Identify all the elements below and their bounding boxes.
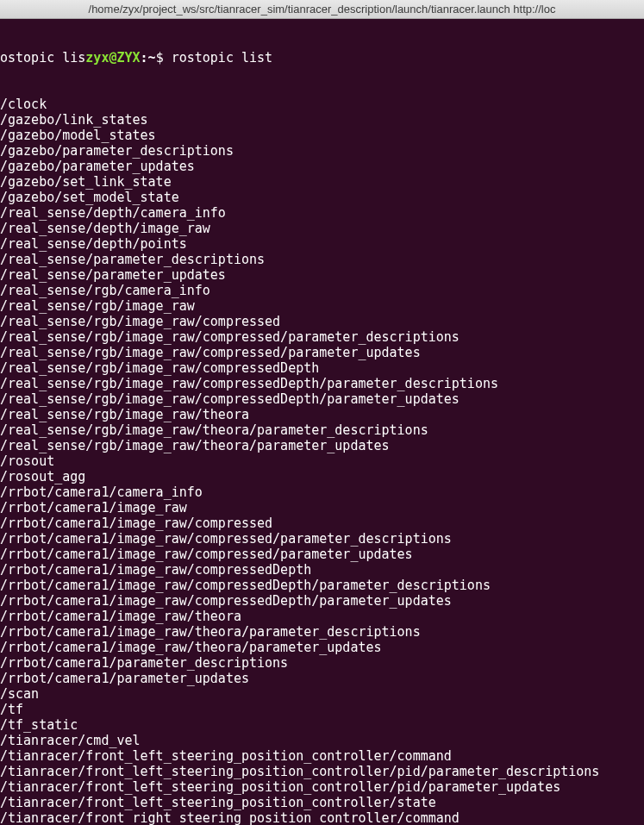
topic-line: /gazebo/parameter_updates [0,159,644,174]
topic-line: /rrbot/camera1/image_raw/theora/paramete… [0,640,644,655]
topic-line: /rrbot/camera1/parameter_descriptions [0,655,644,671]
topic-line: /real_sense/rgb/image_raw/compressed/par… [0,329,644,345]
topic-line: /rosout [0,453,644,469]
topic-line: /rrbot/camera1/image_raw/compressedDepth… [0,593,644,609]
topic-line: /real_sense/rgb/image_raw/compressed/par… [0,345,644,360]
topic-line: /real_sense/parameter_descriptions [0,252,644,267]
topic-line: /rrbot/camera1/parameter_updates [0,671,644,686]
topic-line: /rrbot/camera1/image_raw/theora [0,609,644,624]
topic-line: /real_sense/rgb/image_raw/compressedDept… [0,391,644,407]
topic-line: /tianracer/front_right_steering_position… [0,810,644,825]
topic-line: /clock [0,97,644,112]
topic-line: /real_sense/rgb/image_raw/compressed [0,314,644,329]
topic-line: /real_sense/depth/points [0,236,644,252]
topic-line: /real_sense/rgb/camera_info [0,283,644,298]
topic-line: /tianracer/front_left_steering_position_… [0,748,644,764]
topic-line: /tianracer/front_left_steering_position_… [0,779,644,795]
prompt-dollar: $ [156,50,172,66]
prompt-path: :~ [141,50,156,66]
topic-line: /gazebo/link_states [0,112,644,128]
topic-line: /rrbot/camera1/image_raw/compressed/para… [0,531,644,547]
topic-line: /tf_static [0,717,644,733]
topic-line: /real_sense/rgb/image_raw/theora/paramet… [0,422,644,438]
topic-line: /rrbot/camera1/image_raw [0,500,644,516]
topic-line: /gazebo/model_states [0,128,644,143]
topic-line: /rrbot/camera1/image_raw/compressed [0,516,644,531]
topic-line: /real_sense/parameter_updates [0,267,644,283]
topic-line: /rosout_agg [0,469,644,484]
topic-line: /real_sense/depth/camera_info [0,205,644,221]
topic-line: /real_sense/depth/image_raw [0,221,644,236]
topic-line: /rrbot/camera1/image_raw/theora/paramete… [0,624,644,640]
topic-line: /real_sense/rgb/image_raw/theora [0,407,644,422]
topic-line: /rrbot/camera1/image_raw/compressed/para… [0,547,644,562]
topic-line: /real_sense/rgb/image_raw [0,298,644,314]
topic-line: /scan [0,686,644,702]
prompt-prefix: ostopic lis [0,50,85,66]
topics-output: /clock/gazebo/link_states/gazebo/model_s… [0,97,644,825]
topic-line: /tf [0,702,644,717]
topic-line: /rrbot/camera1/image_raw/compressedDepth [0,562,644,578]
topic-line: /real_sense/rgb/image_raw/compressedDept… [0,376,644,391]
prompt-line: ostopic liszyx@ZYX:~$ rostopic list [0,50,644,66]
topic-line: /rrbot/camera1/image_raw/compressedDepth… [0,578,644,593]
title-text: /home/zyx/project_ws/src/tianracer_sim/t… [89,3,556,16]
topic-line: /real_sense/rgb/image_raw/compressedDept… [0,360,644,376]
topic-line: /tianracer/cmd_vel [0,733,644,748]
command-text: rostopic list [172,50,272,66]
terminal-content[interactable]: ostopic liszyx@ZYX:~$ rostopic list /clo… [0,19,644,825]
topic-line: /gazebo/set_link_state [0,174,644,190]
topic-line: /tianracer/front_left_steering_position_… [0,764,644,779]
topic-line: /rrbot/camera1/camera_info [0,484,644,500]
topic-line: /gazebo/set_model_state [0,190,644,205]
topic-line: /tianracer/front_left_steering_position_… [0,795,644,810]
topic-line: /gazebo/parameter_descriptions [0,143,644,159]
window-title-bar: /home/zyx/project_ws/src/tianracer_sim/t… [0,0,644,19]
topic-line: /real_sense/rgb/image_raw/theora/paramet… [0,438,644,453]
prompt-user-host: zyx@ZYX [85,50,140,66]
